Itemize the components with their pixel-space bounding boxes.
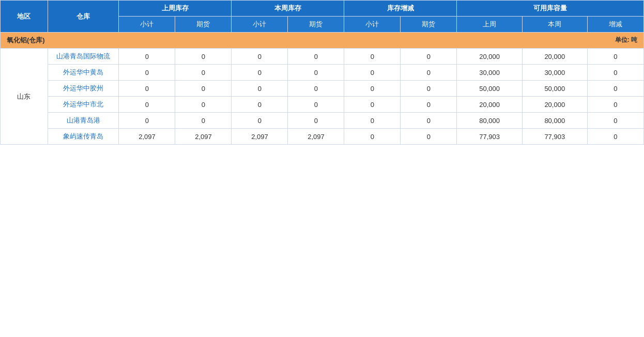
data-cell: 2,097 xyxy=(232,129,288,145)
data-cell: 80,000 xyxy=(457,113,522,129)
data-cell: 0 xyxy=(232,97,288,113)
data-cell: 0 xyxy=(587,129,643,145)
data-cell: 0 xyxy=(344,113,401,129)
data-cell: 20,000 xyxy=(522,97,587,113)
data-cell: 0 xyxy=(119,113,175,129)
data-cell: 0 xyxy=(232,65,288,81)
section-label: 氧化铝(仓库) xyxy=(7,36,45,44)
warehouse-cell: 象屿速传青岛 xyxy=(48,129,119,145)
data-cell: 0 xyxy=(401,97,457,113)
warehouse-link[interactable]: 山港青岛国际物流 xyxy=(56,52,110,60)
sub-chg-subtotal: 小计 xyxy=(344,17,401,33)
col-warehouse-header: 仓库 xyxy=(48,1,119,33)
warehouse-cell: 外运华中黄岛 xyxy=(48,65,119,81)
data-cell: 0 xyxy=(587,97,643,113)
data-cell: 20,000 xyxy=(457,97,522,113)
data-cell: 50,000 xyxy=(457,81,522,97)
data-cell: 77,903 xyxy=(457,129,522,145)
data-cell: 2,097 xyxy=(288,129,344,145)
data-cell: 0 xyxy=(587,113,643,129)
table-row: 山港青岛港00000080,00080,0000 xyxy=(1,113,644,129)
warehouse-cell: 山港青岛港 xyxy=(48,113,119,129)
warehouse-link[interactable]: 外运华中胶州 xyxy=(63,84,103,92)
data-cell: 0 xyxy=(587,81,643,97)
data-cell: 0 xyxy=(232,113,288,129)
data-cell: 0 xyxy=(119,97,175,113)
sub-cap-change: 增减 xyxy=(587,17,643,33)
data-cell: 80,000 xyxy=(522,113,587,129)
data-cell: 0 xyxy=(175,49,232,65)
col-capacity-header: 可用库容量 xyxy=(457,1,644,17)
data-cell: 0 xyxy=(119,49,175,65)
data-cell: 0 xyxy=(232,81,288,97)
data-cell: 0 xyxy=(288,65,344,81)
data-cell: 0 xyxy=(175,81,232,97)
data-cell: 0 xyxy=(288,49,344,65)
col-region-header: 地区 xyxy=(1,1,48,33)
data-cell: 0 xyxy=(175,97,232,113)
warehouse-link[interactable]: 外运华中黄岛 xyxy=(63,68,103,76)
data-cell: 0 xyxy=(344,81,401,97)
sub-tw-futures: 期货 xyxy=(288,17,344,33)
sub-lw-futures: 期货 xyxy=(175,17,232,33)
region-cell: 山东 xyxy=(1,49,48,145)
data-cell: 2,097 xyxy=(119,129,175,145)
sub-chg-futures: 期货 xyxy=(401,17,457,33)
data-cell: 0 xyxy=(344,65,401,81)
warehouse-cell: 外运华中胶州 xyxy=(48,81,119,97)
data-cell: 2,097 xyxy=(175,129,232,145)
warehouse-link[interactable]: 外运华中市北 xyxy=(63,100,103,108)
sub-tw-subtotal: 小计 xyxy=(232,17,288,33)
header-top-row: 地区 仓库 上周库存 本周库存 库存增减 可用库容量 xyxy=(1,1,644,17)
table-wrapper: 地区 仓库 上周库存 本周库存 库存增减 可用库容量 小计 期货 小计 期货 小… xyxy=(0,0,644,145)
data-cell: 0 xyxy=(288,113,344,129)
data-cell: 0 xyxy=(232,49,288,65)
data-cell: 0 xyxy=(119,65,175,81)
data-cell: 0 xyxy=(401,49,457,65)
data-cell: 0 xyxy=(587,65,643,81)
data-cell: 20,000 xyxy=(522,49,587,65)
warehouse-cell: 山港青岛国际物流 xyxy=(48,49,119,65)
sub-cap-lastweek: 上周 xyxy=(457,17,522,33)
warehouse-link[interactable]: 象屿速传青岛 xyxy=(63,132,103,140)
sub-cap-thisweek: 本周 xyxy=(522,17,587,33)
section-banner-row: 氧化铝(仓库) 单位: 吨 xyxy=(1,33,644,49)
table-body: 氧化铝(仓库) 单位: 吨 山东山港青岛国际物流00000020,00020,0… xyxy=(1,33,644,145)
table-row: 外运华中黄岛00000030,00030,0000 xyxy=(1,65,644,81)
table-row: 外运华中市北00000020,00020,0000 xyxy=(1,97,644,113)
sub-lw-subtotal: 小计 xyxy=(119,17,175,33)
col-thisweek-header: 本周库存 xyxy=(232,1,344,17)
data-cell: 0 xyxy=(401,129,457,145)
data-cell: 0 xyxy=(401,65,457,81)
data-cell: 77,903 xyxy=(522,129,587,145)
section-unit: 单位: 吨 xyxy=(615,36,641,44)
table-row: 山东山港青岛国际物流00000020,00020,0000 xyxy=(1,49,644,65)
data-cell: 0 xyxy=(119,81,175,97)
table-row: 外运华中胶州00000050,00050,0000 xyxy=(1,81,644,97)
data-cell: 0 xyxy=(401,113,457,129)
data-cell: 20,000 xyxy=(457,49,522,65)
col-lastweek-header: 上周库存 xyxy=(119,1,232,17)
table-row: 象屿速传青岛2,0972,0972,0972,0970077,90377,903… xyxy=(1,129,644,145)
inventory-table: 地区 仓库 上周库存 本周库存 库存增减 可用库容量 小计 期货 小计 期货 小… xyxy=(0,0,644,145)
warehouse-link[interactable]: 山港青岛港 xyxy=(67,116,100,124)
data-cell: 0 xyxy=(288,81,344,97)
col-change-header: 库存增减 xyxy=(344,1,457,17)
data-cell: 0 xyxy=(587,49,643,65)
section-banner-cell: 氧化铝(仓库) 单位: 吨 xyxy=(1,33,644,49)
data-cell: 0 xyxy=(344,129,401,145)
data-cell: 0 xyxy=(175,65,232,81)
data-cell: 30,000 xyxy=(457,65,522,81)
data-cell: 0 xyxy=(175,113,232,129)
data-cell: 0 xyxy=(344,97,401,113)
data-cell: 30,000 xyxy=(522,65,587,81)
data-cell: 50,000 xyxy=(522,81,587,97)
warehouse-cell: 外运华中市北 xyxy=(48,97,119,113)
data-cell: 0 xyxy=(288,97,344,113)
data-cell: 0 xyxy=(401,81,457,97)
data-cell: 0 xyxy=(344,49,401,65)
